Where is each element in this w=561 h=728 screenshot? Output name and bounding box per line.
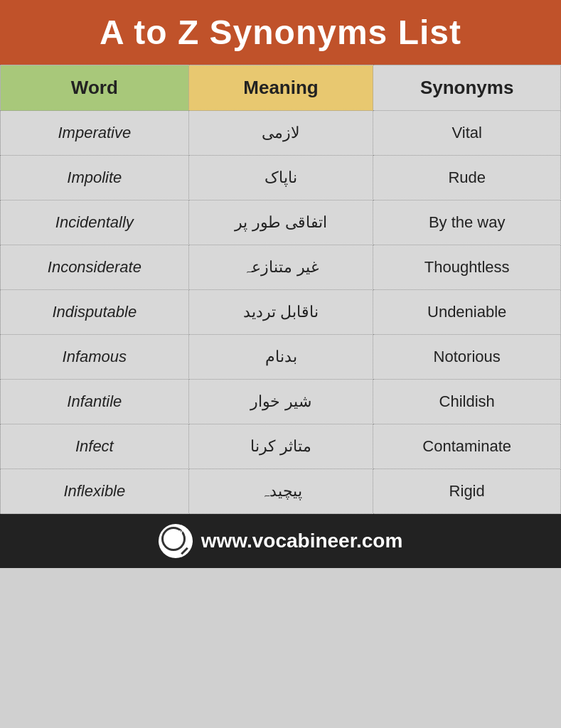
www-label: www	[169, 528, 183, 535]
cell-synonym: Rude	[373, 156, 561, 200]
cell-meaning: ناپاک	[188, 156, 373, 200]
cell-synonym: Childish	[373, 380, 561, 424]
footer: www www.vocabineer.com	[0, 514, 561, 568]
cell-meaning: لازمی	[188, 111, 373, 156]
table-row: ImpoliteناپاکRude	[1, 156, 561, 200]
synonyms-table: Word Meaning Synonyms ImperativeلازمیVit…	[0, 65, 561, 514]
table-header-row: Word Meaning Synonyms	[1, 65, 561, 111]
cell-word: Imperative	[1, 111, 189, 156]
cell-synonym: Thoughtless	[373, 245, 561, 290]
cell-meaning: بدنام	[188, 335, 373, 380]
table-row: ImperativeلازمیVital	[1, 111, 561, 156]
cell-synonym: Vital	[373, 111, 561, 156]
footer-url: www.vocabineer.com	[201, 530, 403, 552]
cell-meaning: شیر خوار	[188, 380, 373, 424]
cell-meaning: غیر متنازعہ	[188, 245, 373, 290]
cell-meaning: پیچیدہ	[188, 469, 373, 514]
table-row: Inconsiderateغیر متنازعہThoughtless	[1, 245, 561, 290]
col-header-word: Word	[1, 65, 189, 111]
page-title: A to Z Synonyms List	[7, 13, 554, 52]
table-row: InfamousبدنامNotorious	[1, 335, 561, 380]
table-row: Infantileشیر خوارChildish	[1, 380, 561, 424]
cell-word: Impolite	[1, 156, 189, 200]
cell-synonym: Undeniable	[373, 290, 561, 335]
cell-synonym: Rigid	[373, 469, 561, 514]
cell-word: Inconsiderate	[1, 245, 189, 290]
cell-meaning: ناقابل تردید	[188, 290, 373, 335]
cell-synonym: Contaminate	[373, 424, 561, 469]
cell-word: Infect	[1, 424, 189, 469]
table-row: Incidentallyاتفاقی طور پرBy the way	[1, 200, 561, 245]
cell-word: Infamous	[1, 335, 189, 380]
cell-word: Inflexible	[1, 469, 189, 514]
col-header-meaning: Meaning	[188, 65, 373, 111]
cell-word: Infantile	[1, 380, 189, 424]
table-row: Indisputableناقابل تردیدUndeniable	[1, 290, 561, 335]
table-wrapper: Word Meaning Synonyms ImperativeلازمیVit…	[0, 65, 561, 514]
table-row: Infectمتاثر کرناContaminate	[1, 424, 561, 469]
table-row: InflexibleپیچیدہRigid	[1, 469, 561, 514]
cell-word: Indisputable	[1, 290, 189, 335]
cell-synonym: By the way	[373, 200, 561, 245]
main-container: A to Z Synonyms List Word Me	[0, 0, 561, 568]
cell-synonym: Notorious	[373, 335, 561, 380]
col-header-synonyms: Synonyms	[373, 65, 561, 111]
cell-meaning: متاثر کرنا	[188, 424, 373, 469]
cell-word: Incidentally	[1, 200, 189, 245]
cell-meaning: اتفاقی طور پر	[188, 200, 373, 245]
page-header: A to Z Synonyms List	[0, 0, 561, 65]
search-magnifier-icon: www	[159, 524, 193, 558]
